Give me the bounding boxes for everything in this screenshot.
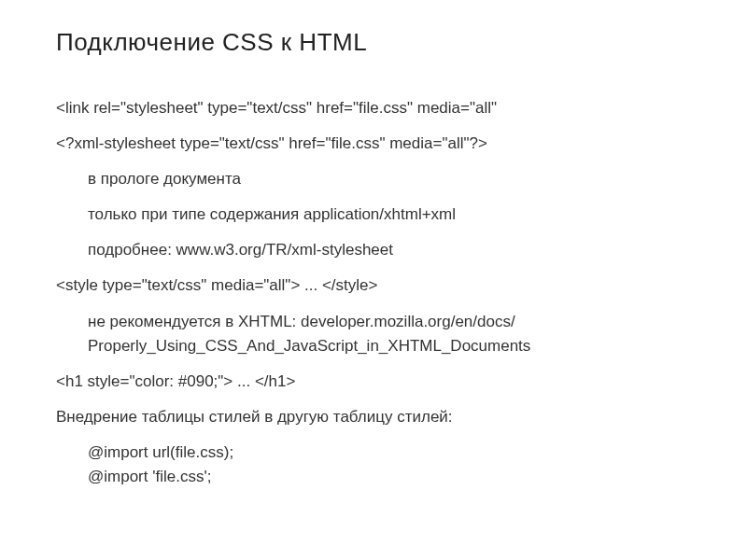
- code-line: <?xml-stylesheet type="text/css" href="f…: [56, 133, 747, 154]
- note-line: в прологе документа: [56, 169, 747, 189]
- slide-title: Подключение CSS к HTML: [56, 28, 747, 57]
- note-line: Properly_Using_CSS_And_JavaScript_in_XHT…: [56, 336, 747, 357]
- note-line: только при типе содержания application/x…: [56, 204, 747, 225]
- code-line: @import 'file.css';: [56, 467, 747, 487]
- note-line: не рекомендуется в XHTML: developer.mozi…: [56, 312, 747, 332]
- text-line: Внедрение таблицы стилей в другую таблиц…: [56, 407, 747, 427]
- code-line: <h1 style="color: #090;"> ... </h1>: [56, 371, 747, 392]
- note-line: подробнее: www.w3.org/TR/xml-stylesheet: [56, 240, 747, 260]
- code-line: <link rel="stylesheet" type="text/css" h…: [56, 98, 747, 119]
- code-line: <style type="text/css" media="all"> ... …: [56, 275, 747, 296]
- slide-body: <link rel="stylesheet" type="text/css" h…: [56, 98, 747, 487]
- code-line: @import url(file.css);: [56, 442, 747, 463]
